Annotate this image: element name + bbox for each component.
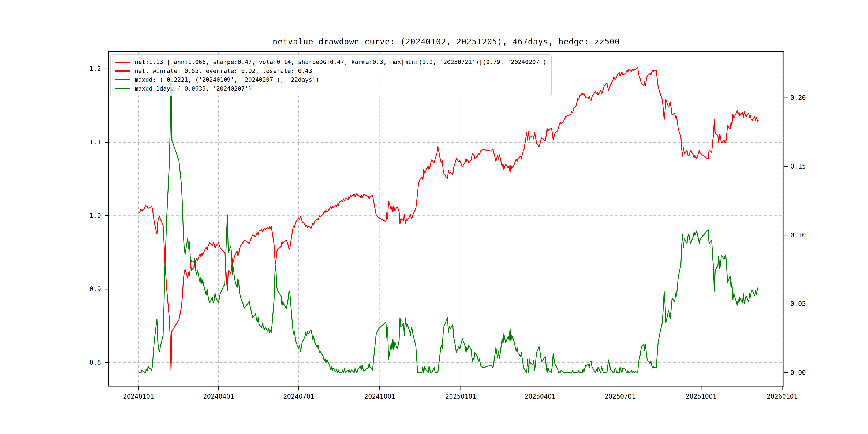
x-tick-label: 20251001 [672, 393, 731, 401]
legend-entry: net:1.13 | ann:1.066, sharpe:0.47, vola:… [115, 58, 546, 66]
y-tick-label-right: 0.20 [790, 94, 820, 102]
drawdown-curve [139, 67, 758, 373]
legend-label: maxdd_1day: (-0.0635, '20240207') [135, 85, 252, 92]
legend: net:1.13 | ann:1.066, sharpe:0.47, vola:… [110, 54, 552, 96]
y-tick-label-left: 0.9 [71, 285, 101, 293]
y-tick-label-left: 0.8 [71, 359, 101, 367]
y-tick-label-left: 1.2 [71, 65, 101, 73]
legend-line-sample [115, 79, 130, 81]
y-tick-label-left: 1.0 [71, 212, 101, 220]
legend-entry: maxdd: (-0.2221, ('20240109', '20240207'… [115, 75, 546, 84]
legend-line-sample [115, 62, 130, 63]
x-tick-label: 20240101 [109, 393, 168, 401]
x-tick-label: 20241001 [350, 393, 409, 401]
x-tick-label: 20250101 [431, 393, 490, 401]
net-curve [139, 67, 758, 371]
x-tick-label: 20250701 [591, 393, 650, 401]
netvalue-drawdown-figure: netvalue drawdown curve: (20240102, 2025… [0, 0, 868, 434]
x-tick-label: 20240401 [189, 393, 248, 401]
x-tick-label: 20240701 [269, 393, 328, 401]
y-tick-label-right: 0.05 [790, 300, 820, 308]
y-tick-label-right: 0.15 [790, 162, 820, 170]
plot-frame [108, 52, 784, 386]
legend-entry: maxdd_1day: (-0.0635, '20240207') [115, 84, 546, 93]
x-tick-label: 20250401 [510, 393, 569, 401]
legend-label: net:1.13 | ann:1.066, sharpe:0.47, vola:… [135, 59, 546, 65]
y-tick-label-right: 0.10 [790, 231, 820, 239]
legend-line-sample [115, 88, 130, 89]
y-tick-label-right: 0.00 [790, 369, 820, 377]
legend-entry: net, winrate: 0.55, evenrate: 0.02, lose… [115, 66, 546, 75]
legend-label: net, winrate: 0.55, evenrate: 0.02, lose… [135, 67, 312, 74]
legend-line-sample [115, 70, 130, 71]
x-tick-label: 20260101 [752, 393, 811, 401]
y-tick-label-left: 1.1 [71, 138, 101, 146]
legend-label: maxdd: (-0.2221, ('20240109', '20240207'… [135, 76, 319, 83]
